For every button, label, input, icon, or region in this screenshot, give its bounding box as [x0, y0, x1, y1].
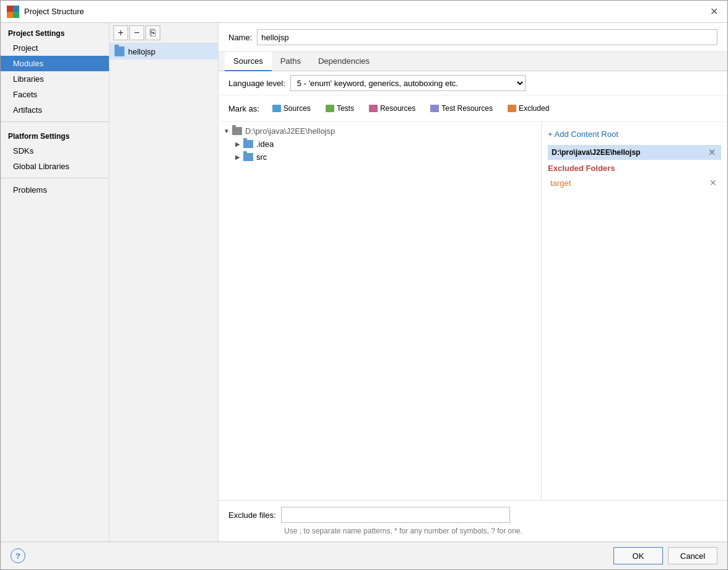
root-path-label: D:\pro\java\J2EE\hellojsp	[552, 148, 706, 157]
test-resources-mark-icon	[430, 105, 439, 112]
tabs-row: Sources Paths Dependencies	[219, 52, 727, 71]
main-content: Project Settings Project Modules Librari…	[1, 23, 727, 542]
name-row: Name:	[219, 23, 727, 52]
mark-resources-button[interactable]: Resources	[363, 102, 421, 115]
add-content-root-button[interactable]: + Add Content Root	[548, 127, 721, 141]
svg-rect-3	[13, 12, 19, 18]
left-section: Project Settings Project Modules Librari…	[1, 23, 110, 542]
tree-folder-idea	[243, 140, 253, 148]
root-path-row: D:\pro\java\J2EE\hellojsp ✕	[548, 145, 721, 160]
svg-rect-0	[7, 6, 13, 12]
module-folder-icon	[115, 46, 124, 56]
tree-item-root-label: D:\pro\java\J2EE\hellojsp	[245, 126, 335, 136]
project-structure-dialog: Project Structure ✕ Project Settings Pro…	[0, 0, 728, 570]
svg-rect-1	[13, 6, 19, 12]
resources-mark-icon	[369, 105, 378, 112]
tests-mark-icon	[326, 105, 334, 112]
meta-panel: + Add Content Root D:\pro\java\J2EE\hell…	[542, 122, 727, 500]
tree-arrow-src: ▶	[233, 153, 242, 162]
ok-button[interactable]: OK	[613, 547, 663, 564]
module-tree-area: + − ⎘ hellojsp	[110, 23, 219, 542]
remove-excluded-target-button[interactable]: ✕	[708, 178, 719, 188]
tree-folder-src	[243, 153, 253, 161]
mark-tests-button[interactable]: Tests	[320, 102, 360, 115]
help-button[interactable]: ?	[11, 548, 25, 563]
svg-rect-2	[7, 12, 13, 18]
tree-item-src[interactable]: ▶ src	[219, 151, 541, 164]
bottom-area: Exclude files: Use ; to separate name pa…	[219, 500, 727, 542]
sidebar: Project Settings Project Modules Librari…	[1, 23, 110, 198]
tree-item-root[interactable]: ▼ D:\pro\java\J2EE\hellojsp	[219, 125, 541, 138]
app-icon	[7, 6, 19, 18]
content-area: ▼ D:\pro\java\J2EE\hellojsp ▶ .idea ▶	[219, 122, 727, 500]
right-panel: Name: Sources Paths Dependencies Languag…	[219, 23, 727, 542]
tree-arrow-root: ▼	[222, 127, 231, 136]
tree-item-idea-label: .idea	[256, 139, 274, 149]
sidebar-item-global-libraries[interactable]: Global Libraries	[1, 159, 109, 174]
mark-excluded-label: Excluded	[519, 104, 549, 113]
module-toolbar: + − ⎘	[110, 23, 218, 43]
sidebar-divider	[1, 121, 109, 122]
exclude-files-hint: Use ; to separate name patterns, * for a…	[228, 527, 717, 535]
sidebar-item-project[interactable]: Project	[1, 40, 109, 56]
project-settings-title: Project Settings	[1, 23, 109, 40]
excluded-mark-icon	[508, 105, 516, 112]
add-content-root-label: + Add Content Root	[548, 129, 618, 139]
sidebar-item-facets[interactable]: Facets	[1, 87, 109, 102]
remove-root-button[interactable]: ✕	[706, 147, 717, 157]
tab-paths[interactable]: Paths	[272, 52, 310, 71]
mark-test-resources-label: Test Resources	[441, 104, 493, 113]
remove-module-button[interactable]: −	[129, 25, 144, 40]
cancel-button[interactable]: Cancel	[668, 547, 717, 564]
language-level-label: Language level:	[228, 79, 285, 88]
sidebar-item-problems[interactable]: Problems	[1, 182, 109, 198]
sidebar-item-libraries[interactable]: Libraries	[1, 71, 109, 87]
sidebar-item-artifacts[interactable]: Artifacts	[1, 102, 109, 118]
exclude-files-input[interactable]	[281, 507, 510, 523]
excluded-item-target: target	[550, 178, 705, 188]
tree-arrow-idea: ▶	[233, 140, 242, 149]
excluded-item-row: target ✕	[548, 177, 721, 189]
tree-panel: ▼ D:\pro\java\J2EE\hellojsp ▶ .idea ▶	[219, 122, 542, 500]
tree-folder-root	[232, 127, 242, 135]
sidebar-item-sdks[interactable]: SDKs	[1, 143, 109, 159]
dialog-title: Project Structure	[24, 7, 706, 16]
dialog-footer: ? OK Cancel	[1, 542, 727, 569]
tree-item-src-label: src	[256, 152, 267, 162]
close-button[interactable]: ✕	[706, 4, 721, 19]
mark-excluded-button[interactable]: Excluded	[502, 102, 555, 115]
mark-resources-label: Resources	[380, 104, 415, 113]
module-item-label: hellojsp	[128, 47, 155, 56]
name-input[interactable]	[257, 29, 717, 45]
mark-test-resources-button[interactable]: Test Resources	[425, 102, 498, 115]
copy-module-button[interactable]: ⎘	[145, 25, 160, 40]
tab-dependencies[interactable]: Dependencies	[310, 52, 378, 71]
sources-mark-icon	[272, 105, 281, 112]
name-label: Name:	[228, 33, 252, 42]
exclude-files-row: Exclude files:	[228, 507, 717, 523]
mark-as-row: Mark as: Sources Tests Resources Test Re…	[219, 95, 727, 122]
add-module-button[interactable]: +	[113, 25, 128, 40]
exclude-files-label: Exclude files:	[228, 511, 276, 520]
language-row: Language level: 5 - 'enum' keyword, gene…	[219, 71, 727, 95]
sidebar-item-modules[interactable]: Modules	[1, 56, 109, 71]
module-item-hellojsp[interactable]: hellojsp	[110, 43, 218, 59]
excluded-title: Excluded Folders	[548, 164, 721, 173]
title-bar: Project Structure ✕	[1, 1, 727, 23]
mark-tests-label: Tests	[337, 104, 354, 113]
tree-item-idea[interactable]: ▶ .idea	[219, 138, 541, 151]
sidebar-divider-2	[1, 178, 109, 178]
language-level-select[interactable]: 5 - 'enum' keyword, generics, autoboxing…	[290, 75, 526, 91]
platform-settings-title: Platform Settings	[1, 126, 109, 143]
mark-sources-button[interactable]: Sources	[267, 102, 316, 115]
mark-as-label: Mark as:	[228, 104, 259, 113]
mark-sources-label: Sources	[284, 104, 311, 113]
tab-sources[interactable]: Sources	[225, 52, 272, 71]
